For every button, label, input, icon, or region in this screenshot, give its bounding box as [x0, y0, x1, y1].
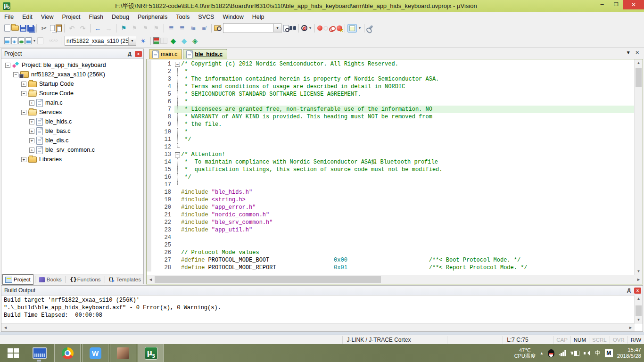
new-file-button[interactable] [4, 25, 10, 32]
build-output-text[interactable]: Build target 'nrf51822_xxaa_s110 (256K)'… [1, 295, 635, 324]
code-line[interactable]: 22#include "ble_srv_common.h" [147, 219, 635, 226]
tree-item-ble-dis-c[interactable]: +ble_dis.c [1, 136, 143, 145]
configure-button[interactable] [367, 25, 373, 31]
target-select[interactable]: nrf51822_xxaa_s110 (256K)▾ [65, 36, 136, 46]
editor-tab-main-c[interactable]: main.c [149, 49, 182, 59]
menu-tools[interactable]: Tools [172, 12, 194, 22]
toggle-bookmark-button[interactable]: ⚑ [119, 23, 129, 33]
code-line[interactable]: 6 * [147, 98, 635, 106]
chrome-button[interactable] [54, 344, 81, 362]
tree-item-ble-bas-c[interactable]: +ble_bas.c [1, 126, 143, 136]
volume-icon[interactable] [584, 350, 591, 356]
open-file-button[interactable] [11, 25, 19, 31]
expand-icon[interactable]: + [29, 129, 34, 134]
code-line[interactable]: 7 * Licensees are granted free, non-tran… [147, 106, 635, 113]
code-lines[interactable]: 1/* Copyright (c) 2012 Nordic Semiconduc… [147, 59, 635, 276]
tree-item-nrf51822-xxaa-s110-256k-[interactable]: −nrf51822_xxaa_s110 (256K) [1, 70, 143, 79]
comment-button[interactable]: /≣ [188, 23, 198, 33]
tray-expand-button[interactable]: ▲ [540, 351, 544, 355]
save-all-button[interactable] [27, 25, 34, 32]
indent-button[interactable]: ≣ [177, 23, 187, 33]
tree-item-main-c[interactable]: +main.c [1, 98, 143, 107]
code-line[interactable]: 8 * WARRANTY of ANY KIND is provided. Th… [147, 113, 635, 121]
code-line[interactable]: 16 */ [147, 173, 635, 181]
unindent-button[interactable]: ≣ [166, 23, 176, 33]
undo-button[interactable]: ↶ [67, 23, 77, 33]
scroll-right-icon[interactable]: ► [627, 325, 635, 330]
network-signal-icon[interactable] [559, 350, 566, 356]
menu-flash[interactable]: Flash [84, 12, 107, 22]
expand-icon[interactable]: + [29, 100, 34, 106]
chevron-down-icon[interactable]: ▾ [128, 37, 136, 45]
scroll-left-icon[interactable]: ◄ [147, 277, 155, 282]
qq-icon[interactable] [548, 349, 554, 357]
expand-icon[interactable]: + [29, 148, 34, 153]
pack-installer-button[interactable]: ◈ [190, 36, 200, 46]
editor-tab-ble_hids-c[interactable]: ble_hids.c [183, 49, 227, 59]
window-layout-button[interactable] [347, 24, 357, 33]
copy-button[interactable] [50, 25, 55, 31]
touch-keyboard-button[interactable] [26, 344, 53, 362]
minimize-button[interactable]: – [595, 0, 609, 9]
manage-components-button[interactable]: ◆ [168, 36, 178, 46]
code-line[interactable]: 25 [147, 241, 635, 249]
fold-collapse-icon[interactable] [174, 151, 181, 158]
collapse-icon[interactable]: − [13, 72, 18, 77]
code-line[interactable]: 24 [147, 234, 635, 241]
fold-collapse-icon[interactable] [174, 60, 181, 68]
menu-view[interactable]: View [37, 12, 58, 22]
horizontal-scroll-thumb[interactable] [155, 276, 381, 283]
prev-bookmark-button[interactable]: ⚑ [130, 23, 140, 33]
menu-edit[interactable]: Edit [18, 12, 37, 22]
editor-horizontal-scrollbar[interactable]: ◄ ► [147, 275, 643, 284]
uvision-button[interactable] [138, 344, 164, 362]
code-line[interactable]: 9 * the file. [147, 121, 635, 128]
cut-button[interactable]: ✂ [39, 23, 49, 33]
code-line[interactable]: 18#include "ble_hids.h" [147, 189, 635, 196]
code-line[interactable]: 27#define PROTOCOL_MODE_BOOT 0x00 /**< B… [147, 256, 635, 264]
scroll-up-icon[interactable]: ▲ [635, 295, 643, 303]
uncomment-button[interactable]: ≣/ [199, 23, 209, 33]
manage-rte-button[interactable] [153, 37, 159, 44]
scroll-up-icon[interactable]: ▲ [635, 59, 643, 67]
panel-tab-functions[interactable]: Functions [67, 275, 103, 284]
stop-build-button[interactable] [37, 37, 43, 44]
manage-project-items-button[interactable] [160, 38, 167, 44]
code-line[interactable]: 20#include "app_error.h" [147, 204, 635, 211]
tree-item-source-code[interactable]: −Source Code [1, 89, 143, 98]
scroll-down-icon[interactable]: ▼ [635, 316, 643, 324]
disable-all-breakpoints-button[interactable] [329, 26, 336, 31]
menu-window[interactable]: Window [218, 12, 248, 22]
lookup-button[interactable]: d [301, 25, 307, 31]
incremental-find-button[interactable] [283, 25, 289, 32]
build-button[interactable] [11, 37, 17, 44]
download-button[interactable]: LOAD [49, 36, 58, 46]
vertical-scroll-thumb[interactable] [636, 305, 642, 316]
scroll-down-icon[interactable]: ▼ [635, 268, 643, 275]
next-bookmark-button[interactable]: ⚑ [140, 23, 150, 33]
kill-all-breakpoints-button[interactable] [337, 25, 342, 31]
menu-file[interactable]: File [0, 12, 18, 22]
tree-item-project-ble-app-hids-keyboard[interactable]: −Project: ble_app_hids_keyboard [1, 60, 143, 70]
select-software-packs-button[interactable]: ◆ [179, 36, 189, 46]
code-line[interactable]: 10 * [147, 128, 635, 136]
close-button[interactable]: ✕ [623, 0, 644, 9]
pin-icon[interactable]: Д [625, 288, 633, 293]
rebuild-all-button[interactable] [18, 37, 25, 44]
close-document-icon[interactable]: ✕ [636, 50, 639, 55]
save-button[interactable] [20, 25, 26, 32]
tab-list-dropdown-icon[interactable]: ▼ [626, 50, 631, 55]
chevron-down-icon[interactable]: ▾ [273, 24, 281, 32]
vertical-scroll-thumb[interactable] [636, 68, 642, 87]
tree-item-ble-hids-c[interactable]: +ble_hids.c [1, 117, 143, 126]
code-line[interactable]: 26// Protocol Mode values [147, 249, 635, 256]
panel-tab-templates[interactable]: Templates [107, 275, 143, 284]
menu-project[interactable]: Project [58, 12, 85, 22]
collapse-icon[interactable]: − [21, 91, 26, 96]
chevron-down-icon[interactable]: ▾ [32, 39, 37, 43]
build-output-close-icon[interactable]: x [634, 288, 641, 294]
restore-button[interactable]: ❐ [609, 0, 623, 9]
navigate-back-button[interactable]: ← [93, 23, 103, 33]
chevron-down-icon[interactable]: ▾ [308, 26, 313, 30]
code-line[interactable]: 12 [147, 143, 635, 151]
